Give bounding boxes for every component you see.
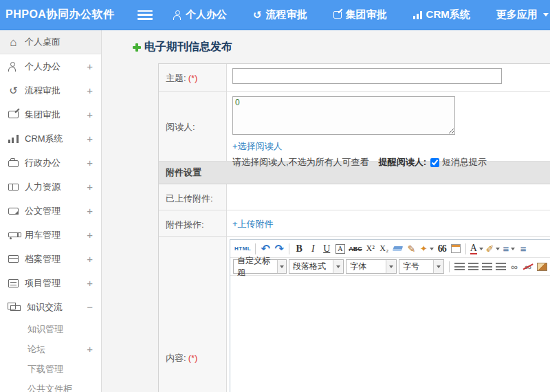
expand-icon[interactable]: + [87, 133, 93, 144]
editor-content-area[interactable] [230, 276, 550, 392]
font-family-select[interactable]: 字体 [346, 259, 397, 274]
italic-button[interactable]: I [306, 241, 320, 257]
image-icon [537, 263, 547, 271]
hamburger-menu-icon[interactable] [138, 10, 153, 20]
eraser-button[interactable] [391, 241, 405, 257]
editor-toolbar-row1: HTML ↶ ↷ B I U A ABC X² [230, 240, 550, 258]
insert-table-button[interactable] [449, 241, 463, 257]
main-content: 电子期刊信息发布 主题:(*) 阅读人: 0 [102, 30, 550, 392]
sidebar-subitem-label: 知识管理 [28, 323, 63, 336]
sidebar-item-projects[interactable]: 项目管理 + [0, 271, 101, 295]
sidebar-item-label: 行政办公 [25, 157, 60, 169]
align-justify-button[interactable] [494, 259, 507, 274]
bold-button[interactable]: B [292, 241, 306, 257]
publish-form: 主题:(*) 阅读人: 0 +选择阅读人 [158, 63, 550, 392]
select-readers-link[interactable]: +选择阅读人 [232, 140, 283, 153]
paragraph-format-select[interactable]: 段落格式 [289, 259, 344, 274]
nav-personal-office[interactable]: 个人办公 [173, 8, 227, 21]
insert-link-button[interactable]: ∞ [507, 259, 521, 274]
sidebar-item-label: 项目管理 [25, 277, 60, 290]
bar-chart-icon [413, 11, 422, 19]
align-left-icon [454, 263, 465, 270]
highlighter-icon: ✐ [486, 243, 494, 254]
sidebar-item-knowledge[interactable]: 知识交流 − [0, 295, 101, 319]
subject-input[interactable] [232, 68, 502, 84]
sidebar-subitem-downloads[interactable]: 下载管理 [0, 359, 101, 379]
subject-row: 主题:(*) [159, 64, 550, 92]
sidebar-item-documents[interactable]: 公文管理 + [0, 199, 101, 223]
sidebar-item-admin-office[interactable]: 行政办公 + [0, 151, 101, 175]
nav-process-approval[interactable]: ↺ 流程审批 [253, 8, 307, 21]
readers-textarea[interactable]: 0 [232, 96, 455, 135]
expand-icon[interactable]: + [87, 61, 93, 72]
nav-crm-system[interactable]: CRM系统 [413, 8, 470, 21]
blockquote-button[interactable]: 66 [435, 241, 449, 257]
caret-down-icon [389, 265, 393, 268]
sidebar-item-vehicles[interactable]: 用车管理 + [0, 223, 101, 247]
expand-icon[interactable]: + [87, 85, 93, 96]
sms-remind-checkbox[interactable] [430, 158, 439, 167]
strikethrough-button[interactable]: ABC [347, 241, 364, 257]
sidebar-item-desktop[interactable]: ⌂ 个人桌面 [0, 30, 101, 54]
bar-chart-icon [8, 135, 19, 143]
top-bar: PHPOA协同办公软件 个人办公 ↺ 流程审批 集团审批 CRM系统 更多应用 [0, 0, 550, 30]
superscript-button[interactable]: X² [364, 241, 377, 257]
upload-attachment-link[interactable]: +上传附件 [232, 218, 274, 230]
home-icon: ⌂ [8, 36, 19, 48]
expand-icon[interactable]: + [87, 205, 93, 217]
redo-icon[interactable]: ↷ [272, 241, 286, 257]
caret-down-icon [511, 248, 515, 250]
font-size-select[interactable]: 字号 [399, 259, 444, 274]
unordered-list-button[interactable]: ≡ [516, 241, 530, 257]
sidebar-subitem-label: 公共文件柜 [28, 383, 72, 392]
align-center-button[interactable] [466, 259, 480, 274]
custom-heading-select[interactable]: 自定义标题 [233, 259, 287, 274]
edit-icon [8, 111, 19, 118]
expand-icon[interactable]: + [87, 109, 93, 120]
magic-wand-icon: ✦ [420, 243, 428, 254]
undo-icon[interactable]: ↶ [258, 241, 272, 257]
sidebar-item-personal-office[interactable]: 个人办公 + [0, 54, 101, 78]
required-mark: (*) [188, 73, 198, 83]
editor-toolbar-row2: 自定义标题 段落格式 字体 字号 ∞ ∞ [230, 258, 550, 276]
sidebar-item-hr[interactable]: 人力资源 + [0, 175, 101, 199]
format-brush-button[interactable]: ✎ [405, 241, 419, 257]
attachment-actions-label: 附件操作: [159, 210, 227, 236]
subscript-button[interactable]: X₂ [377, 241, 391, 257]
underline-button[interactable]: U [320, 241, 333, 257]
expand-icon[interactable]: + [87, 181, 93, 193]
subject-label: 主题:(*) [159, 64, 227, 91]
app-logo: PHPOA协同办公软件 [0, 8, 138, 22]
person-icon [8, 62, 19, 72]
sidebar-subitem-forum[interactable]: 论坛 + [0, 339, 101, 359]
expand-icon[interactable]: + [87, 253, 93, 265]
ordered-list-button[interactable]: ≡ [501, 241, 516, 257]
expand-icon[interactable]: + [87, 343, 93, 355]
html-source-button[interactable]: HTML [233, 241, 252, 257]
sidebar-item-archives[interactable]: 档案管理 + [0, 247, 101, 271]
edit-icon [333, 11, 342, 19]
char-style-button[interactable]: A [336, 244, 345, 254]
align-right-button[interactable] [480, 259, 494, 274]
nav-group-approval[interactable]: 集团审批 [333, 8, 387, 21]
highlight-color-button[interactable]: ✐ [485, 241, 502, 257]
autotypeset-button[interactable]: ✦ [419, 241, 435, 257]
align-justify-icon [496, 263, 506, 270]
font-color-button[interactable]: A [469, 241, 485, 257]
remove-link-button[interactable]: ∞ [521, 259, 535, 274]
process-arrow-icon: ↺ [253, 10, 262, 20]
nav-more-apps[interactable]: 更多应用 [496, 8, 549, 21]
sidebar-subitem-knowledge-mgmt[interactable]: 知识管理 [0, 319, 101, 339]
sidebar-item-process-approval[interactable]: ↺ 流程审批 + [0, 78, 101, 102]
caret-down-icon [496, 248, 500, 250]
align-left-button[interactable] [452, 259, 466, 274]
sidebar-item-label: 人力资源 [25, 181, 60, 193]
expand-icon[interactable]: + [87, 277, 93, 289]
collapse-icon[interactable]: − [87, 301, 93, 313]
sidebar-item-crm[interactable]: CRM系统 + [0, 127, 101, 151]
insert-image-button[interactable] [535, 259, 549, 274]
expand-icon[interactable]: + [87, 157, 93, 168]
sidebar-item-group-approval[interactable]: 集团审批 + [0, 102, 101, 127]
expand-icon[interactable]: + [87, 229, 93, 241]
sidebar-subitem-public-cabinet[interactable]: 公共文件柜 [0, 379, 101, 392]
